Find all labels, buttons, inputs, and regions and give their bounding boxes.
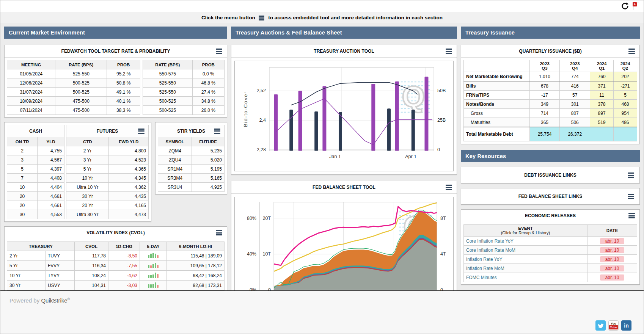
table-cell: 4,408 bbox=[38, 174, 64, 183]
svg-text:0: 0 bbox=[440, 287, 443, 290]
table-body: 24,75534,56754,39774,408104,404204,66120… bbox=[7, 146, 64, 219]
five-day-sparkline bbox=[148, 262, 159, 268]
value-cell: 5 bbox=[614, 91, 637, 100]
cvol-panel: VOLATILITY INDEX (CVOL) TREASURYCVOL1D-C… bbox=[4, 226, 227, 290]
release-event-link[interactable]: Inflation Rate YoY bbox=[464, 255, 587, 264]
value-cell: 760 bbox=[590, 72, 614, 82]
table-cell: 20 bbox=[7, 192, 38, 201]
footer: Powered by QuikStrike® You Tube in bbox=[0, 290, 644, 334]
fedwatch-title: FEDWATCH TOOL TARGET RATE & PROBABILITY bbox=[61, 49, 170, 54]
table-cell: 4,661 bbox=[38, 201, 64, 210]
column-header: 2024Q2 bbox=[614, 60, 637, 72]
table-row: 01/05/2024525-55095,2 % bbox=[7, 69, 140, 78]
stir-menu-button[interactable] bbox=[213, 127, 221, 134]
table-row: 10 Yr4,345 bbox=[66, 174, 149, 183]
futures-menu-button[interactable] bbox=[137, 127, 145, 134]
refresh-icon[interactable] bbox=[621, 2, 629, 10]
spark-bar bbox=[148, 255, 149, 258]
twitter-icon[interactable] bbox=[595, 320, 606, 331]
table-head: CASHON TRYLD bbox=[7, 125, 64, 146]
table-cell: 475-500 bbox=[55, 97, 107, 106]
table-cell: 31/07/2024 bbox=[7, 88, 55, 97]
powered-by: Powered by QuikStrike® bbox=[9, 297, 70, 304]
releases-table: EVENT(Click for Recap & History)DATECore… bbox=[463, 224, 637, 282]
fedwatch-menu-button[interactable] bbox=[215, 48, 223, 55]
table-row: 07/11/2024475-50038,3 % bbox=[7, 106, 140, 115]
table-title-row: FUTURES bbox=[66, 125, 149, 137]
value-cell: 774 bbox=[560, 72, 590, 82]
pdf-export-icon[interactable]: A bbox=[633, 2, 639, 10]
table-row: ZQM45,235 bbox=[158, 146, 225, 155]
linkedin-icon[interactable]: in bbox=[621, 320, 631, 331]
svg-text:10T: 10T bbox=[262, 251, 271, 257]
releases-menu-button[interactable] bbox=[628, 212, 636, 219]
row-label: Gross bbox=[464, 109, 530, 118]
table-row: 20 Yr4,165 bbox=[66, 201, 149, 210]
release-date-badge: abr. 10 bbox=[600, 265, 625, 271]
spark-bar bbox=[148, 265, 149, 268]
col-year: 2023 bbox=[562, 61, 587, 66]
column-header: TREASURY bbox=[7, 242, 75, 251]
table-head: TREASURYCVOL1D-CHG5-DAY6-MONTH LO-HI bbox=[7, 242, 225, 251]
cvol-cell: 108,24 bbox=[75, 271, 108, 281]
table-title: CASH bbox=[7, 125, 64, 137]
fed-links-menu-button[interactable] bbox=[627, 193, 635, 200]
fed-menu-button[interactable] bbox=[445, 184, 453, 191]
table-row: 304,553 bbox=[7, 210, 64, 219]
table-cell: 30 bbox=[7, 210, 38, 219]
treasury-symbol-cell: FVVY bbox=[46, 261, 75, 271]
auction-menu-button[interactable] bbox=[445, 48, 453, 55]
issuance-panel: QUARTERLY ISSUANCE ($B) 2023Q32023Q42024… bbox=[461, 45, 640, 144]
table-cell: 4,755 bbox=[38, 146, 64, 155]
value-cell: 11 bbox=[590, 91, 614, 100]
cash-futures-panel: CASHON TRYLD24,75534,56754,39774,408104,… bbox=[4, 122, 151, 222]
column-header: 2024Q1 bbox=[590, 60, 614, 72]
five-day-sparkline bbox=[148, 282, 159, 288]
issuance-menu-button[interactable] bbox=[628, 48, 636, 55]
release-row: Inflation Rate MoMabr. 10 bbox=[464, 264, 637, 273]
table-cell: Ultra 30 Yr bbox=[66, 210, 109, 219]
table-cell: 4,925 bbox=[192, 183, 225, 192]
release-date-badge: abr. 10 bbox=[600, 274, 625, 281]
fed-balance-links-panel[interactable]: FED BALANCE SHEET LINKS bbox=[461, 188, 640, 205]
table-row: 500-52534,8 % bbox=[143, 97, 225, 106]
svg-text:80%: 80% bbox=[247, 216, 256, 221]
table-title: STIR YIELDS bbox=[158, 125, 225, 137]
table-cell: 525-550 bbox=[55, 69, 107, 78]
issuance-title-bar: QUARTERLY ISSUANCE ($B) bbox=[461, 45, 639, 58]
youtube-top-text: You bbox=[611, 322, 616, 325]
table-cell: 07/11/2024 bbox=[7, 106, 55, 115]
release-event-link[interactable]: Inflation Rate MoM bbox=[464, 264, 587, 273]
table-row: Gross714807897954 bbox=[464, 109, 637, 118]
svg-text:2,4: 2,4 bbox=[259, 118, 266, 123]
table-body: Core Inflation Rate YoYabr. 10Core Infla… bbox=[464, 237, 637, 282]
table-cell: 4,165 bbox=[109, 201, 149, 210]
column-header: MEETING bbox=[7, 60, 55, 69]
top-toolbar: A bbox=[0, 0, 644, 12]
column-auctions-fed: Treasury Auctions & Fed Balance Sheet TR… bbox=[231, 27, 457, 290]
table-cell: 4,362 bbox=[109, 183, 149, 192]
release-event-link[interactable]: Core Inflation Rate YoY bbox=[464, 237, 587, 246]
table-cell: 4,523 bbox=[109, 155, 149, 165]
cvol-menu-button[interactable] bbox=[215, 229, 223, 236]
registered-mark: ® bbox=[68, 297, 70, 301]
release-event-link[interactable]: FOMC Minutes bbox=[464, 273, 587, 282]
table-title-row: STIR YIELDS bbox=[158, 125, 225, 137]
release-date-badge: abr. 10 bbox=[600, 256, 625, 262]
section-header-auctions-fed: Treasury Auctions & Fed Balance Sheet bbox=[231, 27, 457, 39]
debt-issuance-links-panel[interactable]: DEBT ISSUANCE LINKS bbox=[461, 167, 640, 183]
debt-links-menu-button[interactable] bbox=[627, 172, 635, 179]
table-cell: 500-525 bbox=[55, 78, 107, 88]
column-header-row: CTDFWD YLD bbox=[66, 137, 149, 146]
column-header-row: SYMBOLFUTURE bbox=[158, 137, 225, 146]
youtube-icon[interactable]: You Tube bbox=[608, 320, 619, 331]
cvol-table: TREASURYCVOL1D-CHG5-DAY6-MONTH LO-HI2 Yr… bbox=[7, 241, 225, 290]
svg-text:0: 0 bbox=[437, 147, 440, 152]
auction-chart-frame: 2,522,42,2850B25B0Jan 1Apr 1QBid-to-Cove… bbox=[234, 61, 454, 171]
value-cell: 378 bbox=[590, 100, 614, 109]
table-cell: 4,800 bbox=[109, 146, 149, 155]
release-event-link[interactable]: Core Inflation Rate MoM bbox=[464, 246, 587, 255]
table-cell: 5 bbox=[7, 165, 38, 174]
treasury-name-cell: 2 Yr bbox=[7, 251, 46, 261]
table-row: 525-55027,4 % bbox=[143, 88, 225, 97]
